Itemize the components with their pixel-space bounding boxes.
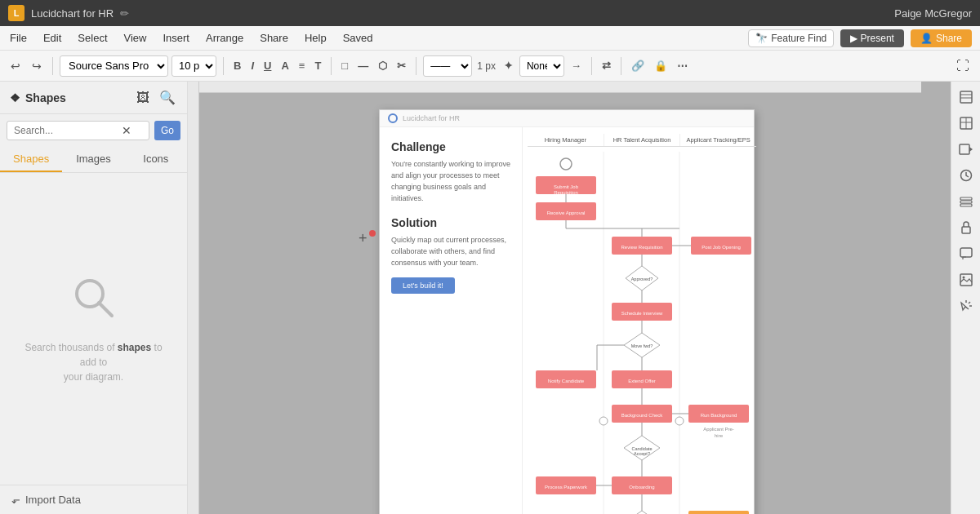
bold-button[interactable]: B [230, 57, 244, 74]
undo-button[interactable]: ↩ [7, 57, 24, 75]
redo-button[interactable]: ↪ [28, 57, 46, 75]
svg-text:Submit Job: Submit Job [554, 184, 579, 189]
sidebar-layers-button[interactable] [954, 85, 978, 109]
sidebar-video-button[interactable] [954, 137, 978, 162]
sidebar-image-button[interactable] [954, 268, 978, 292]
svg-rect-74 [960, 201, 972, 203]
menu-select[interactable]: Select [76, 29, 109, 47]
menu-arrange[interactable]: Arrange [204, 29, 245, 47]
toolbar: ↩ ↪ Source Sans Pro 10 pt 12 pt 14 pt B … [0, 51, 980, 82]
fc-header-3: Applicant Tracking/EPS [680, 134, 756, 146]
svg-rect-57 [688, 511, 749, 514]
flip-button[interactable]: ⇄ [599, 57, 614, 74]
crop-button[interactable]: ✂ [394, 57, 409, 74]
import-data-button[interactable]: ⬐ Import Data [0, 485, 187, 514]
sidebar-table-button[interactable] [954, 111, 978, 135]
fullscreen-button[interactable]: ⛶ [952, 56, 973, 76]
panel-title-label: Shapes [25, 91, 66, 104]
sidebar-chat-button[interactable] [954, 241, 978, 266]
svg-text:Background Check: Background Check [621, 413, 664, 418]
font-family-select[interactable]: Source Sans Pro [60, 55, 168, 77]
clear-search-button[interactable]: ✕ [122, 124, 131, 137]
arrow-start-select[interactable]: None Arrow [519, 55, 564, 77]
line-width-label: 1 px [475, 60, 497, 72]
panel-title: ❖ Shapes [10, 91, 66, 104]
empty-state-text: Search thousands of shapes to add toyour… [16, 340, 171, 384]
italic-button[interactable]: I [247, 57, 257, 74]
left-panel: ❖ Shapes 🖼 🔍 ✕ Go Shapes Images Icons [0, 82, 188, 514]
share-icon: 👤 [920, 33, 933, 44]
line-style-select[interactable]: —— - - - [423, 55, 472, 77]
effects-button[interactable]: ⬡ [375, 57, 390, 74]
flowchart-svg: Submit Job Requisition Receive Approval [528, 152, 756, 514]
more-button[interactable]: ⋯ [674, 57, 691, 74]
svg-line-1 [99, 303, 112, 316]
svg-text:Move fwd?: Move fwd? [631, 343, 653, 348]
menu-view[interactable]: View [122, 29, 149, 47]
font-size-select[interactable]: 10 pt 12 pt 14 pt [172, 55, 216, 77]
svg-text:Schedule Interview: Schedule Interview [621, 311, 663, 316]
present-button[interactable]: ▶ Present [840, 29, 904, 47]
title-bar-left: L Lucidchart for HR ✏ [8, 5, 129, 21]
svg-text:Notify Candidate: Notify Candidate [548, 379, 585, 383]
arrow-end-button[interactable]: → [568, 57, 585, 74]
sidebar-history-button[interactable] [954, 163, 978, 188]
tab-shapes[interactable]: Shapes [0, 147, 62, 172]
canvas-area[interactable]: Lucidchart for HR Challenge You're const… [188, 82, 951, 514]
panel-image-icon[interactable]: 🖼 [135, 88, 151, 107]
feature-find-button[interactable]: 🔭 Feature Find [748, 29, 834, 47]
toolbar-sep-2 [223, 57, 224, 75]
edit-title-icon[interactable]: ✏ [120, 7, 129, 20]
search-row: ✕ Go [0, 114, 187, 147]
svg-text:Onboarding: Onboarding [629, 485, 654, 490]
menu-saved[interactable]: Saved [341, 29, 375, 47]
sidebar-stack-button[interactable] [954, 189, 978, 214]
share-label: Share [936, 33, 962, 44]
panel-header-icons: 🖼 🔍 [135, 88, 177, 107]
title-bar-right: Paige McGregor [894, 7, 972, 20]
flowchart-headers: Hiring Manager HR Talent Acquisition App… [528, 134, 756, 147]
link-button[interactable]: 🔗 [628, 57, 648, 74]
menu-file[interactable]: File [8, 29, 29, 47]
app-icon: L [8, 5, 24, 21]
panel-empty-state: Search thousands of shapes to add toyour… [0, 173, 187, 485]
text-align-button[interactable]: ≡ [296, 57, 309, 74]
canvas-viewport[interactable]: Lucidchart for HR Challenge You're const… [199, 93, 921, 514]
share-button[interactable]: 👤 Share [911, 29, 972, 47]
svg-rect-77 [960, 248, 972, 257]
right-sidebar [951, 82, 980, 514]
sidebar-lock-button[interactable] [954, 215, 978, 240]
text-format-button[interactable]: T [311, 57, 324, 74]
font-color-button[interactable]: A [278, 57, 292, 74]
solution-heading: Solution [391, 216, 510, 229]
menu-share[interactable]: Share [258, 29, 290, 47]
logo-circle [388, 113, 398, 123]
ruler-horizontal [199, 82, 921, 93]
lets-build-button[interactable]: Let's build it! [391, 277, 455, 294]
svg-marker-54 [624, 511, 660, 514]
toolbar-sep-6 [621, 57, 621, 75]
menu-edit[interactable]: Edit [42, 29, 63, 47]
logo-text: Lucidchart for HR [403, 114, 460, 122]
underline-button[interactable]: U [261, 57, 274, 74]
line-end-button[interactable]: ✦ [501, 57, 516, 74]
svg-text:Approved?: Approved? [631, 277, 653, 281]
fc-header-1: Hiring Manager [528, 134, 604, 146]
tab-images[interactable]: Images [62, 147, 124, 172]
menu-help[interactable]: Help [303, 29, 328, 47]
ruler-vertical [188, 82, 199, 514]
svg-point-4 [560, 158, 572, 170]
line-color-button[interactable]: — [354, 57, 372, 74]
lock-button[interactable]: 🔒 [651, 57, 670, 74]
tab-icons[interactable]: Icons [125, 147, 187, 172]
svg-text:Run Background: Run Background [701, 413, 737, 418]
svg-rect-64 [960, 91, 972, 103]
menu-right: 🔭 Feature Find ▶ Present 👤 Share [748, 29, 972, 47]
toolbar-sep-1 [52, 57, 53, 75]
menu-insert[interactable]: Insert [161, 29, 191, 47]
go-button[interactable]: Go [154, 121, 180, 140]
challenge-text: You're constantly working to improve and… [391, 159, 510, 205]
shape-fill-button[interactable]: □ [338, 57, 351, 74]
sidebar-magic-button[interactable] [954, 294, 978, 318]
panel-search-icon[interactable]: 🔍 [158, 88, 177, 107]
